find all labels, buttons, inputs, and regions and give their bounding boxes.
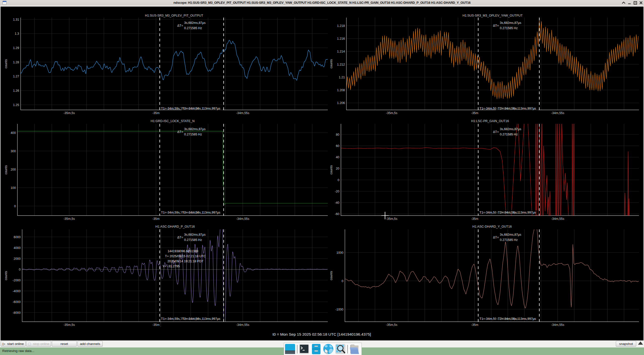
svg-text:-34m,55s: -34m,55s (551, 323, 564, 327)
svg-text:T2=-34m,56s,113ms,997µs: T2=-34m,56s,113ms,997µs (498, 211, 536, 214)
svg-text:-34m,55s: -34m,55s (551, 217, 564, 221)
svg-text:1.206: 1.206 (337, 101, 345, 105)
svg-text:counts: counts (330, 165, 333, 175)
svg-text:-34m,55s: -34m,55s (236, 323, 249, 327)
svg-text:t0 = Mon Sep 15 2025 02:56:18: t0 = Mon Sep 15 2025 02:56:18 UTC [14419… (272, 332, 371, 336)
svg-text:T2=-34m,56s,113ms,997µs: T2=-34m,56s,113ms,997µs (182, 107, 220, 110)
svg-text:0.271585 Hz: 0.271585 Hz (184, 26, 202, 30)
svg-text:3s,682ms,87µs: 3s,682ms,87µs (184, 233, 206, 236)
svg-text:H1:ASC-DHARD_Y_OUT16: H1:ASC-DHARD_Y_OUT16 (472, 225, 512, 228)
svg-text:100: 100 (11, 186, 16, 190)
svg-text:counts: counts (4, 165, 8, 175)
svg-text:0: 0 (338, 178, 339, 182)
svg-text:-34m,55s: -34m,55s (551, 111, 564, 115)
svg-text:3s,682ms,87µs: 3s,682ms,87µs (184, 127, 206, 131)
svg-text:-35m,5s: -35m,5s (63, 217, 75, 221)
svg-text:6000: 6000 (14, 235, 21, 239)
svg-text:counts: counts (4, 59, 8, 69)
svg-text:-35m: -35m (471, 323, 478, 327)
svg-text:60: 60 (336, 144, 339, 148)
svg-text:T2=-34m,56s,113ms,997µs: T2=-34m,56s,113ms,997µs (182, 211, 220, 214)
svg-text:1.216: 1.216 (337, 37, 345, 40)
svg-text:-35m,5s: -35m,5s (63, 323, 75, 327)
svg-text:1.214: 1.214 (337, 50, 345, 53)
svg-text:counts: counts (4, 271, 8, 280)
svg-text:0: 0 (342, 279, 343, 283)
svg-text:0: 0 (19, 268, 21, 271)
svg-text:-35m,5s: -35m,5s (63, 111, 75, 115)
svg-text:-2000: -2000 (13, 279, 21, 282)
svg-text:300: 300 (11, 149, 16, 153)
svg-text:-35m,5s: -35m,5s (386, 217, 397, 221)
svg-text:2000: 2000 (14, 257, 21, 261)
svg-text:20: 20 (336, 167, 339, 170)
svg-text:1.218: 1.218 (337, 24, 345, 28)
svg-text:1441938096.6851389: 1441938096.6851389 (168, 249, 198, 253)
svg-text:3s,682ms,87µs: 3s,682ms,87µs (500, 233, 521, 236)
svg-text:3s,682ms,87µs: 3s,682ms,87µs (500, 21, 521, 25)
svg-text:-34m,55s: -34m,55s (236, 111, 249, 115)
svg-text:ΔT=: ΔT= (493, 130, 499, 134)
svg-text:-35m: -35m (471, 217, 478, 221)
svg-text:0.271585 Hz: 0.271585 Hz (184, 238, 202, 242)
svg-text:-40: -40 (335, 201, 339, 205)
svg-text:H1:GRD-ISC_LOCK_STATE_N: H1:GRD-ISC_LOCK_STATE_N (151, 119, 195, 123)
svg-text:3s,682ms,87µs: 3s,682ms,87µs (184, 21, 206, 25)
svg-text:-35m: -35m (152, 323, 159, 327)
svg-text:400: 400 (11, 131, 16, 135)
svg-text:0: 0 (14, 205, 16, 208)
svg-text:counts: counts (330, 271, 333, 280)
svg-text:H1:SUS-SR3_M3_OPLEV_YAW_OUTPUT: H1:SUS-SR3_M3_OPLEV_YAW_OUTPUT (463, 14, 523, 17)
svg-text:0.271585 Hz: 0.271585 Hz (500, 238, 518, 242)
svg-text:1.27: 1.27 (13, 75, 19, 78)
svg-text:H1:SUS-SR3_M3_OPLEV_PIT_OUTPUT: H1:SUS-SR3_M3_OPLEV_PIT_OUTPUT (145, 14, 203, 17)
svg-text:0.271585 Hz: 0.271585 Hz (184, 133, 202, 136)
svg-text:-35m,5s: -35m,5s (386, 323, 397, 327)
svg-text:-35m: -35m (152, 217, 159, 221)
svg-text:-20: -20 (335, 190, 339, 193)
svg-text:T2=-34m,56s,113ms,997µs: T2=-34m,56s,113ms,997µs (498, 317, 536, 321)
svg-text:1.26: 1.26 (13, 89, 19, 92)
svg-text:1000: 1000 (336, 251, 343, 255)
svg-text:-35m,5s: -35m,5s (386, 111, 397, 115)
svg-text:-35m: -35m (152, 111, 159, 115)
svg-text:-1000: -1000 (335, 308, 343, 311)
svg-text:ΔT=: ΔT= (493, 24, 499, 27)
svg-text:1.208: 1.208 (337, 88, 345, 92)
svg-text:H1:LSC-PR_GAIN_OUT16: H1:LSC-PR_GAIN_OUT16 (471, 119, 509, 123)
svg-text:-4000: -4000 (13, 289, 21, 293)
svg-text:-35m: -35m (471, 111, 478, 115)
svg-text:40: 40 (336, 156, 339, 159)
svg-text:-8000: -8000 (13, 311, 21, 315)
svg-text:1.29: 1.29 (13, 46, 19, 50)
svg-text:1.3: 1.3 (15, 32, 19, 35)
svg-text:1.212: 1.212 (337, 63, 345, 66)
svg-text:-34m,55s: -34m,55s (236, 217, 249, 221)
svg-text:T2=-34m,56s,113ms,997µs: T2=-34m,56s,113ms,997µs (498, 107, 536, 110)
svg-text:1.28: 1.28 (13, 61, 19, 64)
svg-text:0.271585 Hz: 0.271585 Hz (500, 133, 518, 136)
svg-text:T2=-34m,56s,113ms,997µs: T2=-34m,56s,113ms,997µs (182, 317, 220, 321)
svg-text:H1:ASC-DHARD_P_OUT16: H1:ASC-DHARD_P_OUT16 (155, 225, 195, 228)
svg-text:3s,682ms,87µs: 3s,682ms,87µs (500, 127, 521, 131)
svg-text:4000: 4000 (14, 246, 21, 250)
svg-text:ΔT=: ΔT= (493, 236, 499, 239)
svg-text:1.31: 1.31 (13, 18, 19, 21)
svg-text:-6000: -6000 (13, 300, 21, 304)
svg-text:Y= -31.2795: Y= -31.2795 (163, 265, 180, 268)
svg-text:ΔT=: ΔT= (177, 24, 183, 27)
svg-text:2025/09/14 19:21:18 PDT: 2025/09/14 19:21:18 PDT (167, 260, 204, 263)
svg-text:counts: counts (330, 59, 333, 69)
svg-text:0.271585 Hz: 0.271585 Hz (500, 26, 518, 30)
svg-text:200: 200 (11, 168, 16, 171)
svg-text:ΔT=: ΔT= (177, 236, 183, 239)
svg-text:1.25: 1.25 (13, 103, 19, 107)
svg-text:ΔT=: ΔT= (177, 130, 183, 134)
svg-text:T= 2025/09/15 02:21:18 UTC: T= 2025/09/15 02:21:18 UTC (165, 255, 206, 258)
svg-text:-60: -60 (335, 212, 339, 216)
svg-text:80: 80 (336, 133, 339, 136)
svg-text:1.21: 1.21 (339, 76, 345, 79)
